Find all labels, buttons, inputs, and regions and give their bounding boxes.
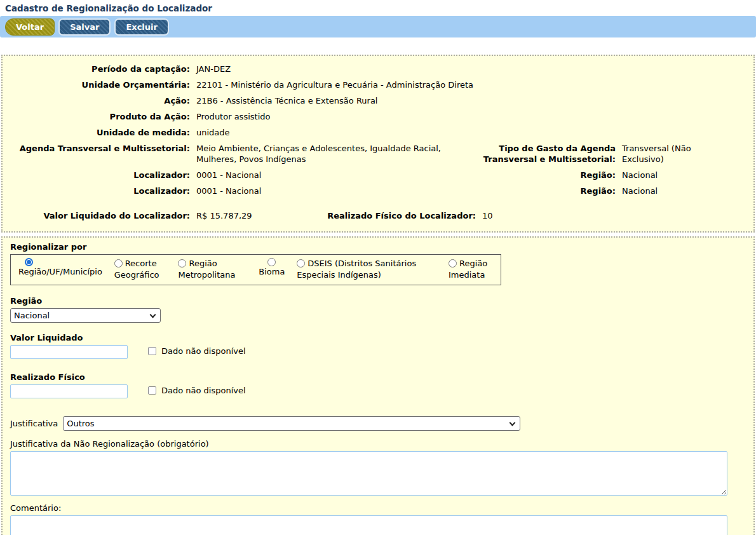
acao-label: Ação: bbox=[3, 95, 190, 106]
form-panel: Regionalizar por Região/UF/Município Rec… bbox=[1, 236, 755, 535]
row-totais-localizador: Valor Liquidado do Localizador: R$ 15.78… bbox=[3, 208, 753, 224]
radio-icon[interactable] bbox=[449, 259, 457, 268]
radio-regiao-imediata[interactable]: Região Imediata bbox=[449, 258, 493, 281]
agenda-label: Agenda Transversal e Multissetorial: bbox=[3, 143, 190, 154]
justificativa-nr-textarea[interactable] bbox=[10, 451, 727, 496]
info-panel: Período da captação: JAN-DEZ Unidade Orç… bbox=[1, 55, 755, 233]
dado-nao-disponivel-checkbox[interactable] bbox=[148, 386, 156, 395]
dado-nao-disponivel-label: Dado não disponível bbox=[161, 386, 246, 395]
salvar-button[interactable]: Salvar bbox=[58, 18, 111, 36]
valor-liquidado-localizador-label: Valor Liquidado do Localizador: bbox=[3, 210, 190, 221]
radio-bioma[interactable]: Bioma bbox=[259, 258, 285, 278]
justificativa-label: Justificativa bbox=[10, 418, 58, 429]
periodo-captacao-value: JAN-DEZ bbox=[190, 64, 753, 74]
unidade-orcamentaria-value: 22101 - Ministério da Agricultura e Pecu… bbox=[190, 79, 753, 90]
produto-acao-label: Produto da Ação: bbox=[3, 111, 190, 122]
radio-icon[interactable] bbox=[297, 259, 305, 268]
radio-icon[interactable] bbox=[114, 259, 123, 268]
unidade-orcamentaria-label: Unidade Orçamentária: bbox=[3, 79, 190, 90]
agenda-value: Meio Ambiente, Crianças e Adolescentes, … bbox=[196, 143, 441, 165]
radio-icon[interactable] bbox=[25, 258, 33, 266]
row-acao: Ação: 21B6 - Assistência Técnica e Exten… bbox=[3, 93, 753, 109]
row-unidade-orcamentaria: Unidade Orçamentária: 22101 - Ministério… bbox=[3, 77, 753, 93]
dado-nao-disponivel-label: Dado não disponível bbox=[161, 346, 246, 356]
row-produto-acao: Produto da Ação: Produtor assistido bbox=[3, 109, 753, 125]
realizado-fisico-localizador-label: Realizado Físico do Localizador: bbox=[327, 210, 476, 221]
produto-acao-value: Produtor assistido bbox=[190, 111, 753, 122]
radio-regiao-metropolitana[interactable]: Região Metropolitana bbox=[178, 258, 246, 281]
valor-liquidado-label: Valor Liquidado bbox=[10, 332, 746, 343]
radio-icon[interactable] bbox=[267, 258, 276, 266]
regiao-label: Região: bbox=[457, 170, 616, 180]
toolbar: Voltar Salvar Excluir bbox=[0, 16, 756, 37]
radio-recorte-geografico[interactable]: Recorte Geográfico bbox=[114, 258, 166, 281]
row-localizador-1: Localizador: 0001 - Nacional Região: Nac… bbox=[3, 167, 753, 183]
regiao-value: Nacional bbox=[616, 170, 753, 180]
localizador-label: Localizador: bbox=[3, 186, 190, 196]
voltar-button[interactable]: Voltar bbox=[5, 18, 55, 36]
tipo-gasto-value: Transversal (Não Exclusivo) bbox=[622, 143, 698, 165]
radio-regiao-uf-municipio[interactable]: Região/UF/Município bbox=[18, 258, 102, 278]
valor-liquidado-localizador-value: R$ 15.787,29 bbox=[190, 210, 327, 221]
row-periodo-captacao: Período da captação: JAN-DEZ bbox=[3, 61, 753, 77]
chevron-down-icon bbox=[510, 420, 516, 426]
excluir-button[interactable]: Excluir bbox=[114, 18, 169, 36]
valor-liquidado-input[interactable] bbox=[10, 345, 128, 359]
regiao-select-label: Região bbox=[10, 295, 746, 306]
unidade-medida-label: Unidade de medida: bbox=[3, 127, 190, 138]
realizado-fisico-localizador-value: 10 bbox=[476, 210, 753, 221]
row-agenda-tipo-gasto: Agenda Transversal e Multissetorial: Mei… bbox=[3, 140, 753, 167]
row-unidade-medida: Unidade de medida: unidade bbox=[3, 125, 753, 140]
justificativa-select-value: Outros bbox=[67, 419, 94, 428]
justificativa-row: Justificativa Outros bbox=[10, 416, 746, 431]
radio-icon[interactable] bbox=[178, 259, 186, 268]
radio-label: Região/UF/Município bbox=[18, 266, 102, 278]
localizador-value: 0001 - Nacional bbox=[190, 186, 457, 196]
unidade-medida-value: unidade bbox=[190, 127, 753, 138]
tipo-gasto-label: Tipo de Gasto da Agenda Transversal e Mu… bbox=[457, 143, 616, 165]
chevron-down-icon bbox=[150, 312, 156, 318]
acao-value: 21B6 - Assistência Técnica e Extensão Ru… bbox=[190, 95, 753, 106]
justificativa-select[interactable]: Outros bbox=[63, 416, 520, 431]
realizado-fisico-label: Realizado Físico bbox=[10, 372, 746, 383]
radio-label: Bioma bbox=[259, 266, 285, 278]
valor-liquidado-nao-disponivel: Dado não disponível bbox=[148, 346, 246, 356]
regiao-select-value: Nacional bbox=[14, 311, 50, 320]
radio-label: Região Metropolitana bbox=[178, 259, 235, 280]
regionalizar-por-radio-group: Região/UF/Município Recorte Geográfico R… bbox=[10, 254, 501, 285]
regiao-select[interactable]: Nacional bbox=[10, 308, 161, 323]
periodo-captacao-label: Período da captação: bbox=[3, 64, 190, 74]
localizador-label: Localizador: bbox=[3, 170, 190, 180]
justificativa-nr-label: Justificativa da Não Regionalização (obr… bbox=[10, 438, 746, 449]
regiao-value: Nacional bbox=[616, 186, 753, 196]
page-title: Cadastro de Regionalização do Localizado… bbox=[0, 0, 756, 16]
radio-label: DSEIS (Distritos Sanitários Especiais In… bbox=[297, 259, 416, 280]
dado-nao-disponivel-checkbox[interactable] bbox=[148, 347, 156, 355]
regionalizar-por-label: Regionalizar por bbox=[10, 241, 746, 252]
comentario-textarea[interactable] bbox=[10, 515, 727, 535]
row-localizador-2: Localizador: 0001 - Nacional Região: Nac… bbox=[3, 183, 753, 199]
comentario-label: Comentário: bbox=[10, 503, 746, 513]
radio-dseis[interactable]: DSEIS (Distritos Sanitários Especiais In… bbox=[297, 258, 436, 281]
localizador-value: 0001 - Nacional bbox=[190, 170, 457, 180]
realizado-fisico-input[interactable] bbox=[10, 384, 128, 398]
realizado-fisico-nao-disponivel: Dado não disponível bbox=[148, 386, 246, 395]
regiao-label: Região: bbox=[457, 186, 616, 196]
